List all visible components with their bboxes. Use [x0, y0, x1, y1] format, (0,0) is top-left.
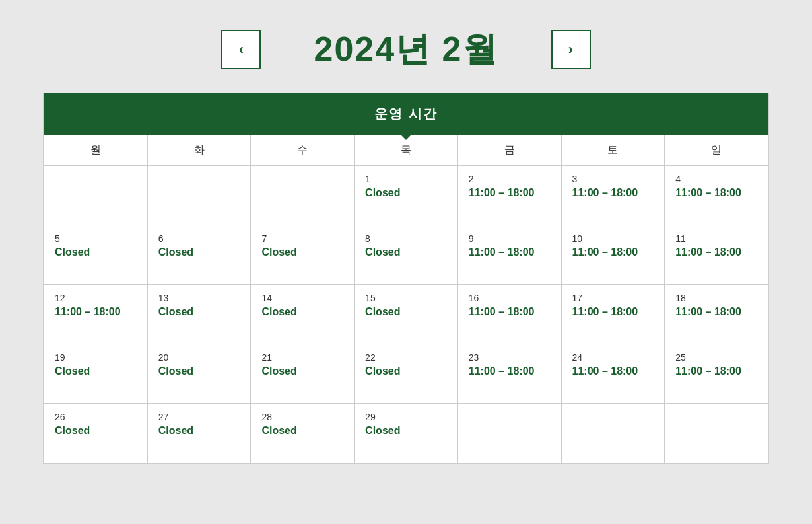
- calendar-cell: [44, 166, 148, 225]
- cell-date: 17: [572, 293, 654, 303]
- cell-date: 6: [158, 233, 240, 244]
- cell-status: 11:00 – 18:00: [469, 365, 551, 377]
- calendar-cell: 1011:00 – 18:00: [561, 225, 665, 285]
- calendar-cell: 20Closed: [147, 344, 251, 404]
- day-header: 화: [147, 135, 251, 166]
- cell-date: 27: [158, 412, 240, 422]
- cell-date: 4: [675, 174, 757, 184]
- calendar-week-row: 1Closed211:00 – 18:00311:00 – 18:00411:0…: [44, 166, 768, 225]
- cell-date: 12: [55, 293, 137, 303]
- calendar-cell: 311:00 – 18:00: [561, 166, 665, 225]
- cell-date: 25: [675, 352, 757, 363]
- calendar-cell: 911:00 – 18:00: [457, 225, 561, 285]
- cell-date: 2: [469, 174, 551, 184]
- cell-status: 11:00 – 18:00: [572, 246, 654, 258]
- cell-date: 18: [675, 293, 757, 303]
- calendar-cell: [457, 404, 561, 463]
- cell-date: 24: [572, 352, 654, 363]
- calendar-wrapper: ‹ 2024년 2월 › 운영 시간 월화수목금토일 1Closed211:00…: [43, 26, 769, 464]
- cell-status: Closed: [365, 246, 447, 258]
- cell-date: 8: [365, 233, 447, 244]
- cell-date: 15: [365, 293, 447, 303]
- cell-status: 11:00 – 18:00: [469, 246, 551, 258]
- cell-status: Closed: [365, 187, 447, 199]
- calendar-cell: 27Closed: [147, 404, 251, 463]
- cell-status: 11:00 – 18:00: [675, 306, 757, 318]
- cell-status: Closed: [158, 425, 240, 437]
- calendar-cell: 28Closed: [251, 404, 355, 463]
- cell-status: 11:00 – 18:00: [675, 246, 757, 258]
- cell-date: 10: [572, 233, 654, 244]
- calendar-cell: 411:00 – 18:00: [665, 166, 768, 225]
- calendar-cell: 1211:00 – 18:00: [44, 285, 148, 344]
- cell-status: Closed: [158, 365, 240, 377]
- day-header: 토: [561, 135, 665, 166]
- calendar-title: 2024년 2월: [314, 26, 498, 73]
- cell-date: 22: [365, 352, 447, 363]
- calendar-week-row: 1211:00 – 18:0013Closed14Closed15Closed1…: [44, 285, 768, 344]
- calendar-cell: 211:00 – 18:00: [457, 166, 561, 225]
- calendar-cell: 26Closed: [44, 404, 148, 463]
- cell-date: 19: [55, 352, 137, 363]
- calendar-cell: 2511:00 – 18:00: [665, 344, 768, 404]
- cell-status: Closed: [55, 246, 137, 258]
- cell-date: 21: [261, 352, 343, 363]
- calendar-cell: 13Closed: [147, 285, 251, 344]
- calendar-header: ‹ 2024년 2월 ›: [43, 26, 769, 73]
- cell-status: 11:00 – 18:00: [675, 187, 757, 199]
- calendar-cell: [147, 166, 251, 225]
- calendar-grid: 월화수목금토일 1Closed211:00 – 18:00311:00 – 18…: [44, 135, 768, 463]
- prev-button[interactable]: ‹: [221, 30, 261, 69]
- next-button[interactable]: ›: [551, 30, 591, 69]
- cell-status: 11:00 – 18:00: [572, 365, 654, 377]
- cell-date: 29: [365, 412, 447, 422]
- cell-date: 20: [158, 352, 240, 363]
- calendar-cell: 1611:00 – 18:00: [457, 285, 561, 344]
- cell-date: 28: [261, 412, 343, 422]
- calendar-cell: 1Closed: [355, 166, 458, 225]
- calendar-cell: [251, 166, 355, 225]
- cell-status: Closed: [365, 365, 447, 377]
- calendar-cell: 5Closed: [44, 225, 148, 285]
- cell-status: 11:00 – 18:00: [572, 187, 654, 199]
- cell-status: 11:00 – 18:00: [469, 187, 551, 199]
- calendar-cell: 15Closed: [355, 285, 458, 344]
- calendar-cell: 19Closed: [44, 344, 148, 404]
- cell-date: 1: [365, 174, 447, 184]
- calendar-cell: 29Closed: [355, 404, 458, 463]
- cell-date: 7: [261, 233, 343, 244]
- day-header: 금: [457, 135, 561, 166]
- day-header: 일: [665, 135, 768, 166]
- cell-date: 14: [261, 293, 343, 303]
- cell-status: Closed: [158, 306, 240, 318]
- calendar-tbody: 1Closed211:00 – 18:00311:00 – 18:00411:0…: [44, 166, 768, 463]
- calendar-week-row: 19Closed20Closed21Closed22Closed2311:00 …: [44, 344, 768, 404]
- calendar-cell: 1111:00 – 18:00: [665, 225, 768, 285]
- cell-date: 5: [55, 233, 137, 244]
- section-header: 운영 시간: [44, 93, 768, 135]
- calendar-cell: 14Closed: [251, 285, 355, 344]
- cell-status: Closed: [261, 365, 343, 377]
- cell-date: 26: [55, 412, 137, 422]
- calendar-week-row: 5Closed6Closed7Closed8Closed911:00 – 18:…: [44, 225, 768, 285]
- cell-date: 23: [469, 352, 551, 363]
- section-title: 운영 시간: [374, 106, 438, 121]
- calendar-table: 운영 시간 월화수목금토일 1Closed211:00 – 18:00311:0…: [43, 93, 769, 464]
- cell-date: 16: [469, 293, 551, 303]
- calendar-cell: 1711:00 – 18:00: [561, 285, 665, 344]
- cell-status: 11:00 – 18:00: [55, 306, 137, 318]
- calendar-cell: 2411:00 – 18:00: [561, 344, 665, 404]
- cell-status: Closed: [55, 425, 137, 437]
- cell-status: Closed: [158, 246, 240, 258]
- cell-status: Closed: [261, 425, 343, 437]
- cell-date: 11: [675, 233, 757, 244]
- calendar-cell: 1811:00 – 18:00: [665, 285, 768, 344]
- calendar-cell: 8Closed: [355, 225, 458, 285]
- cell-date: 9: [469, 233, 551, 244]
- calendar-cell: 2311:00 – 18:00: [457, 344, 561, 404]
- calendar-cell: 22Closed: [355, 344, 458, 404]
- cell-date: 3: [572, 174, 654, 184]
- day-header: 월: [44, 135, 148, 166]
- cell-status: 11:00 – 18:00: [572, 306, 654, 318]
- cell-status: Closed: [365, 425, 447, 437]
